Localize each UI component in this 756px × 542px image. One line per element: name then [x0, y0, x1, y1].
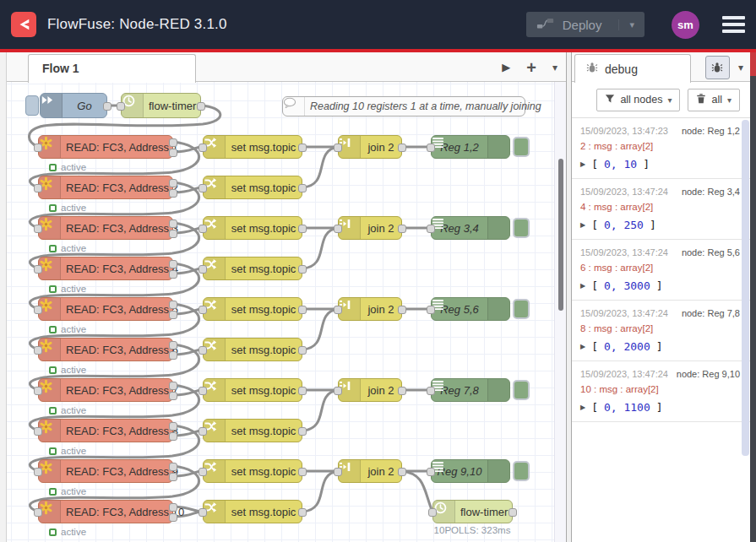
modbus-read-node[interactable]: READ: FC3, Address 1: [38, 135, 173, 159]
port[interactable]: [199, 468, 207, 476]
debug-toggle-button[interactable]: [513, 461, 530, 481]
modbus-read-node[interactable]: READ: FC3, Address 2: [38, 176, 173, 199]
port[interactable]: [169, 138, 177, 147]
tab-flow-1[interactable]: Flow 1: [28, 54, 196, 83]
port[interactable]: [169, 220, 177, 228]
port[interactable]: [427, 144, 435, 152]
tab-debug[interactable]: debug: [574, 54, 691, 83]
flow-canvas[interactable]: Goflow-timerReading 10 registers 1 at a …: [7, 82, 566, 542]
port[interactable]: [34, 468, 42, 476]
port[interactable]: [298, 508, 307, 517]
play-icon[interactable]: ▶: [502, 62, 510, 73]
port[interactable]: [298, 144, 307, 152]
port[interactable]: [197, 102, 205, 111]
port[interactable]: [169, 189, 177, 198]
deploy-button[interactable]: Deploy ▾: [526, 12, 645, 37]
port[interactable]: [199, 508, 207, 517]
change-node[interactable]: set msg.topic: [203, 135, 302, 159]
port[interactable]: [169, 382, 177, 390]
port[interactable]: [298, 468, 307, 476]
expand-caret-icon[interactable]: ▶: [580, 282, 585, 290]
port[interactable]: [103, 102, 111, 111]
debug-node[interactable]: Reg 7,8: [431, 378, 510, 402]
port[interactable]: [199, 387, 207, 395]
port[interactable]: [398, 144, 406, 152]
port[interactable]: [169, 311, 177, 319]
port[interactable]: [117, 102, 125, 111]
port[interactable]: [298, 184, 307, 192]
port[interactable]: [334, 306, 342, 314]
join-node[interactable]: join 2: [338, 135, 402, 159]
port[interactable]: [169, 149, 177, 157]
sidebar-options-chevron-icon[interactable]: ▾: [738, 62, 743, 73]
port[interactable]: [298, 225, 307, 233]
modbus-read-node[interactable]: READ: FC3, Address 3: [38, 216, 173, 240]
flow-list-chevron-icon[interactable]: ▾: [552, 62, 557, 73]
join-node[interactable]: join 2: [338, 297, 402, 321]
port[interactable]: [169, 179, 177, 187]
comment-node[interactable]: Reading 10 registers 1 at a time, manual…: [282, 96, 525, 117]
debug-node[interactable]: Reg 9,10: [431, 459, 510, 483]
port[interactable]: [169, 301, 177, 309]
main-menu-button[interactable]: [722, 14, 745, 35]
port[interactable]: [169, 513, 177, 522]
port[interactable]: [298, 346, 307, 355]
port[interactable]: [169, 503, 177, 512]
port[interactable]: [34, 346, 42, 355]
port[interactable]: [427, 306, 435, 314]
join-node[interactable]: join 2: [338, 378, 402, 402]
port[interactable]: [199, 427, 207, 436]
port[interactable]: [427, 387, 435, 395]
modbus-read-node[interactable]: READ: FC3, Address 8: [38, 419, 173, 442]
debug-toggle-button[interactable]: [513, 218, 530, 238]
debug-filter-bug-button[interactable]: [705, 56, 730, 79]
change-node[interactable]: set msg.topic: [203, 419, 302, 442]
port[interactable]: [34, 265, 42, 274]
modbus-read-node[interactable]: READ: FC3, Address 4: [38, 257, 173, 280]
expand-caret-icon[interactable]: ▶: [580, 160, 585, 168]
debug-node[interactable]: Reg 1,2: [431, 135, 510, 159]
port[interactable]: [334, 144, 342, 152]
join-node[interactable]: join 2: [338, 459, 402, 483]
debug-message[interactable]: 15/09/2023, 13:47:24node: Reg 9,1010 : m…: [572, 361, 750, 422]
change-node[interactable]: set msg.topic: [203, 297, 302, 321]
modbus-read-node[interactable]: READ: FC3, Address 6: [38, 338, 173, 361]
modbus-read-node[interactable]: READ: FC3, Address 7: [38, 378, 173, 402]
add-flow-button[interactable]: +: [526, 59, 536, 76]
port[interactable]: [169, 422, 177, 431]
port[interactable]: [34, 387, 42, 395]
port[interactable]: [298, 387, 307, 395]
panel-divider[interactable]: [566, 52, 572, 542]
change-node[interactable]: set msg.topic: [203, 257, 302, 280]
port[interactable]: [169, 230, 177, 238]
change-node[interactable]: set msg.topic: [203, 378, 302, 402]
modbus-read-node[interactable]: READ: FC3, Address 9: [38, 459, 173, 483]
clear-messages-button[interactable]: all ▾: [688, 89, 740, 111]
deploy-options-chevron-icon[interactable]: ▾: [618, 19, 634, 30]
canvas-scrollbar-thumb[interactable]: [558, 159, 563, 311]
port[interactable]: [34, 225, 42, 233]
debug-message[interactable]: 15/09/2023, 13:47:23node: Reg 1,22 : msg…: [572, 118, 750, 179]
port[interactable]: [199, 346, 207, 355]
port[interactable]: [398, 387, 406, 395]
expand-caret-icon[interactable]: ▶: [580, 343, 585, 350]
port[interactable]: [427, 468, 435, 476]
change-node[interactable]: set msg.topic: [203, 176, 302, 199]
port[interactable]: [34, 508, 42, 517]
expand-caret-icon[interactable]: ▶: [580, 404, 585, 411]
flow-timer-node-bottom[interactable]: flow-timer: [432, 500, 513, 523]
inject-button[interactable]: [25, 95, 39, 116]
debug-toggle-button[interactable]: [513, 137, 530, 157]
port[interactable]: [334, 387, 342, 395]
port[interactable]: [398, 468, 406, 476]
port[interactable]: [34, 184, 42, 192]
debug-toggle-button[interactable]: [513, 299, 530, 319]
port[interactable]: [298, 306, 307, 314]
debug-message[interactable]: 15/09/2023, 13:47:24node: Reg 3,44 : msg…: [572, 179, 750, 240]
port[interactable]: [169, 260, 177, 268]
port[interactable]: [169, 270, 177, 279]
debug-node[interactable]: Reg 5,6: [431, 297, 510, 321]
modbus-read-node[interactable]: READ: FC3, Address 5: [38, 297, 173, 321]
inject-node-go[interactable]: Go: [40, 93, 107, 118]
debug-toggle-button[interactable]: [513, 380, 530, 400]
